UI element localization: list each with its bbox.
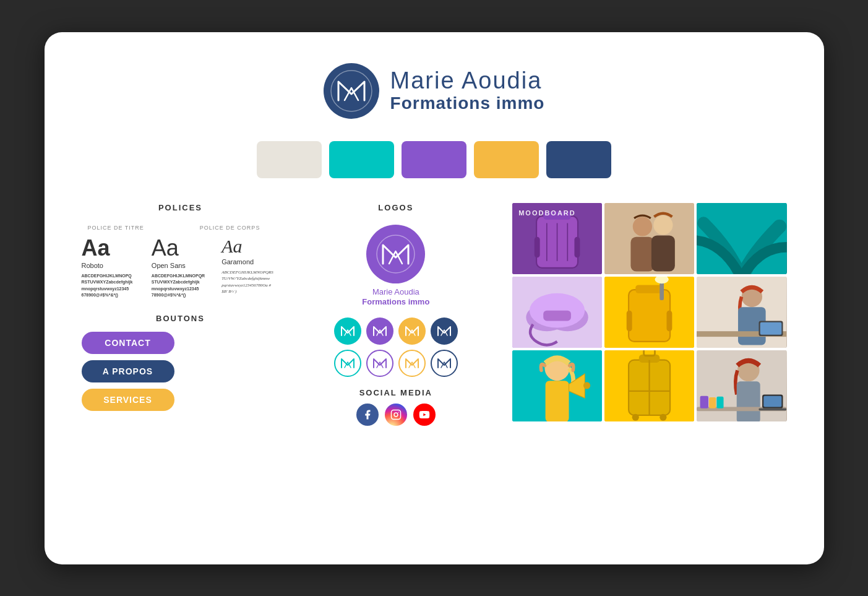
moodboard-grid: MOODBOARD <box>512 203 786 421</box>
boutons-section: BOUTONS CONTACT A PROPOS SERVICES <box>82 314 280 411</box>
logo-yellow-outline <box>398 350 426 377</box>
police-de-titre-label: POLICE DE TITRE <box>88 225 144 231</box>
svg-point-2 <box>376 234 416 274</box>
brand-logo-circle <box>324 63 379 119</box>
section-moodboard: MOODBOARD <box>512 203 786 426</box>
color-palette <box>82 141 787 178</box>
font-opensans-sample: ABCDEFGHIJKLMNOPQRSTUVWXYZabcdefghijkmno… <box>152 273 209 299</box>
brand-text: Marie Aoudia Formations immo <box>390 68 545 114</box>
svg-rect-26 <box>543 310 571 321</box>
svg-rect-57 <box>709 397 716 408</box>
color-swatch-yellow <box>474 141 539 178</box>
svg-rect-58 <box>717 396 724 408</box>
svg-rect-20 <box>651 235 675 271</box>
svg-point-48 <box>632 413 639 420</box>
services-button[interactable]: SERVICES <box>82 389 174 411</box>
instagram-icon[interactable] <box>385 404 407 426</box>
logo-grid-outline <box>334 350 458 377</box>
font-garamond-sample: ABCDEFGHIJKLMNOPQRSTU/VW/'YZabcdefghijkm… <box>221 269 279 295</box>
section-logos: LOGOS Marie AoudiaFormations immo <box>298 203 494 426</box>
svg-rect-29 <box>636 285 664 293</box>
svg-rect-61 <box>759 408 787 410</box>
svg-point-5 <box>394 413 398 417</box>
boutons-title: BOUTONS <box>82 314 280 323</box>
brand-subtitle: Formations immo <box>390 93 545 113</box>
logo-purple <box>366 317 393 345</box>
svg-point-17 <box>633 217 652 236</box>
svg-point-43 <box>583 382 590 389</box>
section-polices: POLICES POLICE DE TITRE POLICE DE CORPS … <box>82 203 280 426</box>
social-section: SOCIAL MEDIA <box>356 388 436 426</box>
police-de-corps-label: POLICE DE CORPS <box>200 225 260 231</box>
svg-rect-60 <box>764 395 782 407</box>
logo-brand-purple-text: Marie AoudiaFormations immo <box>362 287 429 308</box>
svg-rect-28 <box>629 290 670 342</box>
font-garamond: Aa Garamond ABCDEFGHIJKLMNOPQRSTU/VW/'YZ… <box>221 237 279 295</box>
font-opensans-name: Open Sans <box>152 262 209 269</box>
logo-teal-outline <box>334 350 361 377</box>
svg-rect-12 <box>575 236 580 257</box>
apropos-button[interactable]: A PROPOS <box>82 360 174 382</box>
color-swatch-purple <box>402 141 466 178</box>
color-swatch-navy <box>546 141 611 178</box>
svg-point-19 <box>654 215 673 235</box>
fonts-row: Aa Roboto ABCDEFGHIJKLMNOPQRSTUVWXYZabcd… <box>82 237 280 299</box>
logo-purple-outline <box>366 350 393 377</box>
svg-rect-39 <box>760 322 782 334</box>
logo-yellow <box>398 317 426 345</box>
main-content: POLICES POLICE DE TITRE POLICE DE CORPS … <box>82 203 787 426</box>
svg-rect-18 <box>631 236 655 271</box>
moodboard-label: MOODBOARD <box>518 209 576 217</box>
font-garamond-name: Garamond <box>221 258 279 266</box>
brand-name: Marie Aoudia <box>390 68 545 94</box>
font-opensans-display: Aa <box>152 237 209 259</box>
moodboard-cell-teal <box>697 203 786 274</box>
police-labels: POLICE DE TITRE POLICE DE CORPS <box>82 225 280 231</box>
moodboard-cell-yellow-luggage <box>604 277 694 348</box>
svg-rect-42 <box>546 381 569 421</box>
logo-circle-purple-lg <box>366 225 425 283</box>
svg-rect-11 <box>535 236 540 257</box>
svg-rect-4 <box>391 410 400 420</box>
font-roboto: Aa Roboto ABCDEFGHIJKLMNOPQRSTUVWXYZabcd… <box>82 237 139 299</box>
svg-rect-54 <box>737 381 760 421</box>
header: Marie Aoudia Formations immo <box>82 63 787 119</box>
polices-title: POLICES <box>82 203 280 212</box>
moodboard-cell-woman-yellow <box>512 350 602 421</box>
logo-navy <box>431 317 458 345</box>
logo-navy-outline <box>431 350 458 377</box>
facebook-icon[interactable] <box>356 404 379 426</box>
moodboard-cell-yellow-bag <box>604 350 694 421</box>
svg-point-6 <box>398 412 399 413</box>
svg-point-49 <box>660 413 667 420</box>
svg-rect-31 <box>667 310 672 330</box>
logo-teal <box>334 317 361 345</box>
color-swatch-beige <box>257 141 322 178</box>
contact-button[interactable]: CONTACT <box>82 332 174 354</box>
youtube-icon[interactable] <box>413 404 436 426</box>
moodboard-cell-purple-phone <box>512 277 602 348</box>
font-opensans: Aa Open Sans ABCDEFGHIJKLMNOPQRSTUVWXYZa… <box>152 237 209 299</box>
moodboard-cell-office-woman <box>697 350 786 421</box>
logos-title: LOGOS <box>378 203 413 212</box>
color-swatch-teal <box>329 141 394 178</box>
moodboard-cell-woman-work <box>697 277 786 348</box>
font-roboto-sample: ABCDEFGHIJKLMNOPQRSTUVWXYZabcdefghijkmno… <box>82 273 139 299</box>
device-frame: Marie Aoudia Formations immo POLICES POL… <box>45 32 824 564</box>
svg-rect-30 <box>627 310 632 330</box>
svg-point-0 <box>330 69 373 113</box>
main-logo-purple: Marie AoudiaFormations immo <box>362 225 429 308</box>
font-garamond-display: Aa <box>221 237 279 256</box>
font-roboto-name: Roboto <box>82 262 139 269</box>
social-title: SOCIAL MEDIA <box>356 388 436 397</box>
moodboard-cell-couple <box>604 203 694 274</box>
svg-rect-56 <box>700 395 708 408</box>
social-icons <box>356 404 436 426</box>
logo-grid-filled <box>334 317 458 345</box>
font-roboto-display: Aa <box>82 237 139 259</box>
